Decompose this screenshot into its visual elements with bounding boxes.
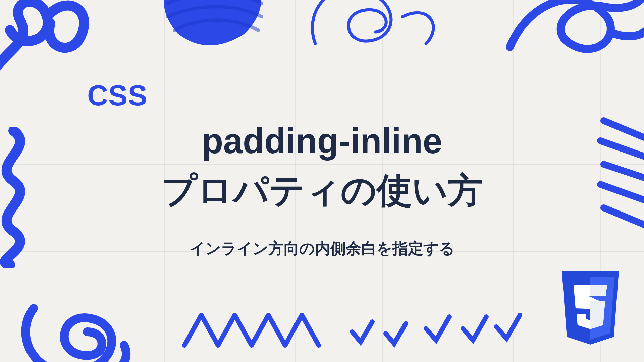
title-line-2: プロパティの使い方 — [161, 171, 483, 210]
page-title: padding-inline プロパティの使い方 — [161, 116, 483, 215]
category-tag: CSS — [87, 79, 148, 112]
title-line-1: padding-inline — [202, 121, 442, 161]
content-area: CSS padding-inline プロパティの使い方 インライン方向の内側余… — [0, 0, 644, 362]
css3-shield-icon — [557, 272, 624, 349]
page-subtitle: インライン方向の内側余白を指定する — [190, 238, 455, 259]
